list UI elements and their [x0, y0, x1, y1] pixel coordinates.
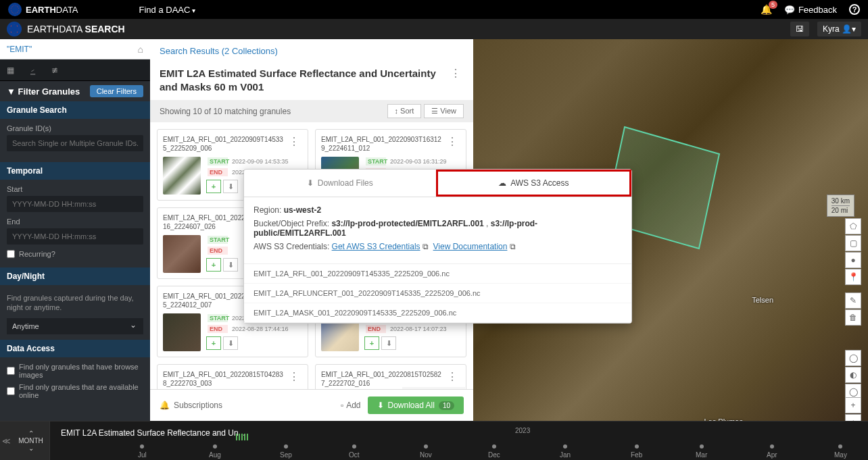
add-granule-button[interactable]: +	[364, 336, 379, 350]
end-input[interactable]	[7, 228, 143, 245]
granule-more-icon[interactable]: ⋮	[286, 135, 302, 148]
get-credentials-link[interactable]: Get AWS S3 Credentials	[332, 242, 420, 251]
daynight-section[interactable]: Day/Night	[0, 267, 150, 285]
s3-file-item[interactable]: EMIT_L2A_MASK_001_20220909T145335_222520…	[244, 303, 631, 323]
timeline-data-markers	[236, 434, 248, 440]
download-granule-button[interactable]: ⬇	[223, 180, 238, 193]
search-term[interactable]: "EMIT"	[7, 45, 32, 54]
notifications-button[interactable]: 🔔5	[761, 4, 772, 15]
granule-more-icon[interactable]: ⋮	[286, 370, 302, 383]
map-tool-delete-icon[interactable]: 🗑	[845, 309, 861, 326]
results-footer: 🔔Subscriptions ▫ Add ⬇Download All10	[150, 389, 473, 421]
map-projection-1-icon[interactable]: ◯	[845, 350, 861, 366]
start-input[interactable]	[7, 196, 143, 212]
s3-file-item[interactable]: EMIT_L2A_RFL_001_20220909T145335_2225209…	[244, 264, 631, 284]
granule-thumbnail[interactable]	[163, 313, 201, 351]
download-granule-button[interactable]: ⬇	[381, 336, 396, 350]
timeline-tick: Aug	[209, 451, 221, 459]
chevron-up-icon[interactable]: ⌃	[28, 430, 34, 437]
daynight-desc: Find granules captured during the day, n…	[7, 290, 143, 318]
end-label: End	[7, 218, 143, 226]
user-menu[interactable]: Kyra 👤▾	[817, 22, 861, 36]
add-granule-button[interactable]: +	[206, 336, 221, 350]
map-scale: 30 km20 mi	[827, 195, 854, 217]
download-files-tab[interactable]: ⬇Download Files	[244, 170, 436, 197]
timeline-track[interactable]: EMIT L2A Estimated Surface Reflectance a…	[50, 421, 868, 460]
help-icon[interactable]: ?	[849, 4, 860, 15]
download-granule-button[interactable]: ⬇	[223, 258, 238, 272]
map-tool-marker-icon[interactable]: 📍	[845, 269, 861, 285]
timeline-collapse-button[interactable]: ≪	[0, 421, 12, 460]
sort-button[interactable]: ↕ Sort	[387, 104, 422, 118]
search-header: EARTHDATA SEARCH 🖫 Kyra 👤▾	[0, 19, 868, 39]
s3-file-item[interactable]: EMIT_L2A_RFLUNCERT_001_20220909T145335_2…	[244, 284, 631, 303]
map-zoom-in-button[interactable]: +	[845, 397, 861, 413]
timeline-tick: Feb	[631, 451, 642, 459]
download-granule-button[interactable]: ⬇	[223, 336, 238, 350]
recurring-checkbox[interactable]	[7, 250, 15, 258]
map-tool-rect-icon[interactable]: ▢	[845, 235, 861, 251]
settings-icon[interactable]: ≢	[51, 66, 58, 75]
external-link-icon: ⧉	[510, 242, 516, 251]
granule-thumbnail[interactable]	[163, 157, 201, 195]
chevron-down-icon[interactable]: ⌄	[28, 444, 34, 452]
feedback-button[interactable]: 💬Feedback	[784, 5, 837, 15]
daynight-select[interactable]: Anytime	[7, 318, 143, 334]
add-granule-button[interactable]: +	[206, 258, 221, 272]
tool-icons-row: ▦ ⎯̸ ≢	[0, 59, 150, 81]
recurring-label: Recurring?	[19, 250, 55, 258]
online-checkbox[interactable]	[7, 387, 15, 395]
home-icon[interactable]: ⌂	[138, 44, 143, 55]
timeline-zoom-control[interactable]: ⌃ MONTH ⌄	[12, 421, 50, 460]
spatial-icon[interactable]: ⎯̸	[30, 66, 35, 75]
add-granule-button[interactable]: +	[206, 180, 221, 193]
timeline: ≪ ⌃ MONTH ⌄ EMIT L2A Estimated Surface R…	[0, 421, 868, 460]
map-projection-2-icon[interactable]: ◐	[845, 367, 861, 383]
external-link-icon: ⧉	[423, 242, 429, 251]
bucket-prefix-1: s3://lp-prod-protected/EMITL2ARFL.001	[331, 219, 483, 228]
granule-more-icon[interactable]: ⋮	[444, 135, 460, 148]
aws-region: us-west-2	[284, 205, 321, 215]
search-term-row: "EMIT" ⌂	[0, 39, 150, 59]
s3-access-popover: ⬇Download Files ☁AWS S3 Access Region: u…	[243, 169, 632, 324]
download-all-button[interactable]: ⬇Download All10	[368, 397, 464, 414]
earthdata-logo-icon	[7, 22, 22, 36]
start-label: Start	[7, 185, 143, 193]
timeline-tick: Dec	[488, 451, 500, 459]
browse-images-checkbox[interactable]	[7, 367, 15, 375]
browse-images-label: Find only granules that have browse imag…	[19, 363, 143, 379]
collection-more-icon[interactable]: ⋮	[448, 67, 464, 80]
granule-thumbnail[interactable]	[163, 235, 201, 273]
nasa-logo-icon	[8, 3, 22, 16]
data-access-section[interactable]: Data Access	[0, 340, 150, 357]
save-project-button[interactable]: 🖫	[790, 22, 809, 36]
timeline-tick: Apr	[767, 451, 777, 459]
view-button[interactable]: ☰ View	[424, 104, 464, 118]
timeline-tick: Sep	[280, 451, 292, 459]
find-daac-dropdown[interactable]: Find a DAAC	[139, 5, 196, 15]
granule-id-input[interactable]	[7, 135, 143, 151]
results-count: Showing 10 of 10 matching granules	[160, 107, 291, 116]
calendar-icon[interactable]: ▦	[7, 66, 14, 75]
search-results-link[interactable]: Search Results (2 Collections)	[150, 39, 473, 63]
map-tool-edit-icon[interactable]: ✎	[845, 292, 861, 309]
view-docs-link[interactable]: View Documentation	[433, 242, 508, 251]
download-icon: ⬇	[307, 178, 314, 188]
collection-title: EMIT L2A Estimated Surface Reflectance a…	[160, 67, 448, 93]
timeline-tick: Jul	[138, 451, 147, 459]
add-button[interactable]: ▫ Add	[341, 401, 361, 410]
temporal-section[interactable]: Temporal	[0, 162, 150, 180]
filter-icon: ▼	[7, 86, 16, 97]
timeline-title: EMIT L2A Estimated Surface Reflectance a…	[61, 428, 245, 438]
subscriptions-button[interactable]: 🔔Subscriptions	[160, 401, 222, 410]
map-tool-point-icon[interactable]: ⬠	[845, 218, 861, 234]
clear-filters-button[interactable]: Clear Filters	[90, 85, 143, 97]
timeline-tick: Nov	[420, 451, 432, 459]
granule-more-icon[interactable]: ⋮	[444, 370, 460, 383]
download-icon: ⬇	[377, 401, 384, 410]
aws-s3-access-tab[interactable]: ☁AWS S3 Access	[436, 170, 632, 197]
granule-search-section[interactable]: Granule Search	[0, 101, 150, 119]
s3-file-list: EMIT_L2A_RFL_001_20220909T145335_2225209…	[244, 263, 631, 323]
notification-badge: 5	[769, 1, 777, 9]
map-tool-circle-icon[interactable]: ●	[845, 252, 861, 268]
